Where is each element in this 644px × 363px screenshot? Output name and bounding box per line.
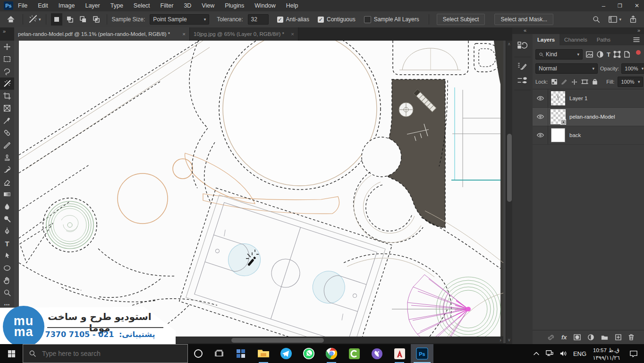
- menu-window[interactable]: Window: [254, 2, 275, 9]
- selection-mode-intersect[interactable]: [91, 13, 102, 26]
- filter-pixel-layers-icon[interactable]: [585, 51, 593, 58]
- app-whatsapp[interactable]: [297, 344, 320, 363]
- tool-zoom[interactable]: [0, 286, 14, 299]
- menu-image[interactable]: Image: [59, 2, 75, 9]
- tool-spot-healing-brush[interactable]: [0, 127, 14, 139]
- app-chrome[interactable]: [320, 344, 343, 363]
- tool-move[interactable]: [0, 41, 14, 53]
- lock-all-icon[interactable]: [592, 78, 598, 85]
- lock-artboard-icon[interactable]: [581, 78, 588, 85]
- menu-file[interactable]: File: [18, 2, 27, 9]
- cortana-button[interactable]: [188, 344, 209, 363]
- filter-shape-layers-icon[interactable]: [613, 51, 621, 58]
- lock-position-icon[interactable]: [571, 78, 578, 86]
- brushes-panel-icon[interactable]: [517, 76, 527, 87]
- menu-filter[interactable]: Filter: [161, 2, 174, 9]
- tool-rectangular-marquee[interactable]: [0, 53, 14, 65]
- collapse-panels-right-icon[interactable]: »: [637, 27, 640, 33]
- tolerance-input[interactable]: 32: [248, 14, 269, 25]
- task-view-button[interactable]: [209, 344, 229, 363]
- taskbar-search-box[interactable]: [23, 344, 188, 363]
- add-layer-mask-icon[interactable]: [573, 334, 581, 341]
- close-icon[interactable]: ×: [291, 31, 294, 37]
- workspace-switcher[interactable]: ▾: [608, 15, 621, 24]
- layer-thumbnail-selected[interactable]: [551, 110, 565, 124]
- visibility-toggle[interactable]: [533, 126, 548, 144]
- tool-type[interactable]: T: [0, 237, 14, 250]
- history-panel-icon[interactable]: [517, 41, 527, 52]
- menu-view[interactable]: View: [202, 2, 214, 9]
- visibility-toggle[interactable]: [533, 89, 548, 107]
- app-autocad[interactable]: [388, 344, 411, 363]
- volume-icon[interactable]: [556, 344, 570, 363]
- tool-frame[interactable]: [0, 102, 14, 114]
- home-icon[interactable]: [4, 13, 18, 26]
- menu-3d[interactable]: 3D: [184, 2, 191, 9]
- toolbar-collapse-arrow[interactable]: »: [3, 28, 6, 34]
- menu-layer[interactable]: Layer: [85, 2, 100, 9]
- vscroll-up-arrow[interactable]: ∧: [508, 42, 511, 46]
- tool-ellipse-shape[interactable]: [0, 262, 14, 274]
- sample-size-dropdown[interactable]: Point Sample ▾: [150, 14, 209, 25]
- layer-name[interactable]: Layer 1: [569, 95, 587, 101]
- plan-canvas[interactable]: [19, 41, 503, 337]
- vertical-scrollbar[interactable]: ∧ ∨: [506, 41, 513, 344]
- layer-name[interactable]: pelan-rando-Model: [569, 114, 615, 120]
- adjustment-layer-icon[interactable]: [587, 334, 594, 341]
- tool-path-selection[interactable]: [0, 250, 14, 262]
- new-layer-icon[interactable]: [615, 334, 622, 341]
- collapse-panels-left-icon[interactable]: «: [524, 27, 526, 33]
- panel-menu-icon[interactable]: [633, 36, 640, 44]
- selection-mode-subtract[interactable]: [77, 13, 89, 26]
- visibility-toggle[interactable]: [533, 108, 548, 126]
- tray-chevron-up[interactable]: [530, 344, 543, 363]
- app-remote-grid[interactable]: [229, 344, 252, 363]
- contiguous-checkbox[interactable]: ✓: [318, 17, 324, 23]
- tool-blur[interactable]: [0, 200, 14, 213]
- layer-name[interactable]: back: [569, 132, 581, 138]
- tab-10jpg[interactable]: 10jpg.jpg @ 65% (Layer 0, RGB/8#) * ×: [190, 27, 298, 41]
- tool-magic-wand[interactable]: [0, 78, 14, 90]
- tab-paths[interactable]: Paths: [592, 34, 615, 45]
- fill-input[interactable]: 100%▾: [618, 77, 643, 87]
- anti-alias-checkbox[interactable]: ✓: [277, 17, 283, 23]
- menu-select[interactable]: Select: [134, 2, 150, 9]
- tab-pelan-rando-model[interactable]: pelan-rando-Model.pdf @ 15.1% (pelan-ran…: [14, 27, 190, 41]
- close-button[interactable]: ✕: [635, 2, 639, 9]
- menu-edit[interactable]: Edit: [38, 2, 48, 9]
- layer-row-layer1[interactable]: Layer 1: [533, 89, 644, 108]
- vscroll-thumb[interactable]: [507, 134, 512, 202]
- tool-history-brush[interactable]: [0, 164, 14, 176]
- minimize-button[interactable]: –: [602, 2, 605, 9]
- app-camtasia[interactable]: [343, 344, 365, 363]
- selection-mode-new[interactable]: [51, 13, 62, 26]
- selection-mode-add[interactable]: [64, 13, 76, 26]
- lock-transparent-pixels-icon[interactable]: [551, 78, 558, 85]
- lock-image-pixels-icon[interactable]: [561, 78, 568, 85]
- notification-center-icon[interactable]: [623, 344, 644, 363]
- layer-row-back[interactable]: back: [533, 126, 644, 145]
- app-photoshop[interactable]: Ps: [411, 344, 433, 363]
- layer-style-icon[interactable]: fx: [561, 334, 567, 341]
- search-input[interactable]: [41, 349, 175, 358]
- layer-thumbnail[interactable]: [551, 91, 565, 105]
- tool-crop[interactable]: [0, 90, 14, 102]
- layer-thumbnail[interactable]: [551, 128, 565, 142]
- menu-plugins[interactable]: Plugins: [225, 2, 244, 9]
- tool-dodge[interactable]: [0, 213, 14, 225]
- network-icon[interactable]: [543, 344, 556, 363]
- tab-channels[interactable]: Channels: [559, 34, 592, 45]
- tool-lasso[interactable]: [0, 65, 14, 78]
- delete-layer-icon[interactable]: [628, 334, 635, 341]
- link-layers-icon[interactable]: [547, 334, 555, 341]
- hscroll-thumb[interactable]: [231, 338, 324, 343]
- menu-type[interactable]: Type: [110, 2, 123, 9]
- tab-layers[interactable]: Layers: [533, 34, 559, 45]
- clock[interactable]: 10:57 ق.ظ ١٣٩٩/١١/٢٦: [589, 344, 623, 363]
- blend-mode-dropdown[interactable]: Normal ▾: [535, 63, 598, 74]
- tool-eraser[interactable]: [0, 176, 14, 188]
- hscroll-right-arrow[interactable]: ›: [500, 337, 501, 343]
- brush-settings-panel-icon[interactable]: [517, 61, 527, 73]
- filter-adjustment-layers-icon[interactable]: [596, 51, 604, 58]
- close-icon[interactable]: ×: [182, 31, 186, 37]
